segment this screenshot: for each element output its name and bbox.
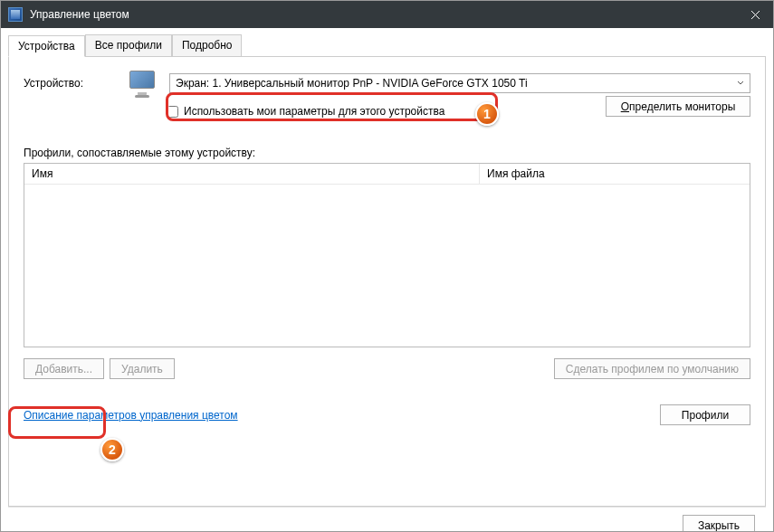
footer: Закрыть <box>8 507 766 532</box>
close-button[interactable] <box>737 1 773 28</box>
identify-monitors-button[interactable]: Определить мониторы <box>606 96 750 117</box>
column-header-name[interactable]: Имя <box>24 164 480 184</box>
device-label: Устройство: <box>24 77 119 90</box>
add-button[interactable]: Добавить... <box>24 358 104 379</box>
device-select-value: Экран: 1. Универсальный монитор PnP - NV… <box>176 77 528 90</box>
use-my-settings-checkbox[interactable] <box>167 106 178 118</box>
help-link[interactable]: Описание параметров управления цветом <box>24 409 238 422</box>
profile-list-header: Имя Имя файла <box>24 164 750 185</box>
titlebar: Управление цветом <box>1 1 773 28</box>
profile-list[interactable]: Имя Имя файла <box>24 163 750 347</box>
use-my-settings-label[interactable]: Использовать мои параметры для этого уст… <box>184 105 444 118</box>
column-header-file[interactable]: Имя файла <box>480 164 750 184</box>
set-default-button[interactable]: Сделать профилем по умолчанию <box>554 358 750 379</box>
tabs: Устройства Все профили Подробно <box>8 34 766 57</box>
profiles-button[interactable]: Профили <box>660 404 750 425</box>
device-select[interactable]: Экран: 1. Универсальный монитор PnP - NV… <box>169 73 750 93</box>
tab-all-profiles[interactable]: Все профили <box>85 34 172 56</box>
close-dialog-button[interactable]: Закрыть <box>683 515 755 532</box>
chevron-down-icon <box>737 80 744 87</box>
tab-panel-devices: Устройство: Экран: 1. Универсальный мони… <box>8 56 766 507</box>
tab-advanced[interactable]: Подробно <box>172 34 243 56</box>
monitor-icon <box>129 71 158 96</box>
app-icon <box>8 7 23 22</box>
remove-button[interactable]: Удалить <box>110 358 175 379</box>
tab-devices[interactable]: Устройства <box>8 35 85 57</box>
annotation-badge-2: 2 <box>100 438 124 461</box>
window-title: Управление цветом <box>30 8 737 21</box>
profiles-section-label: Профили, сопоставляемые этому устройству… <box>24 147 750 159</box>
